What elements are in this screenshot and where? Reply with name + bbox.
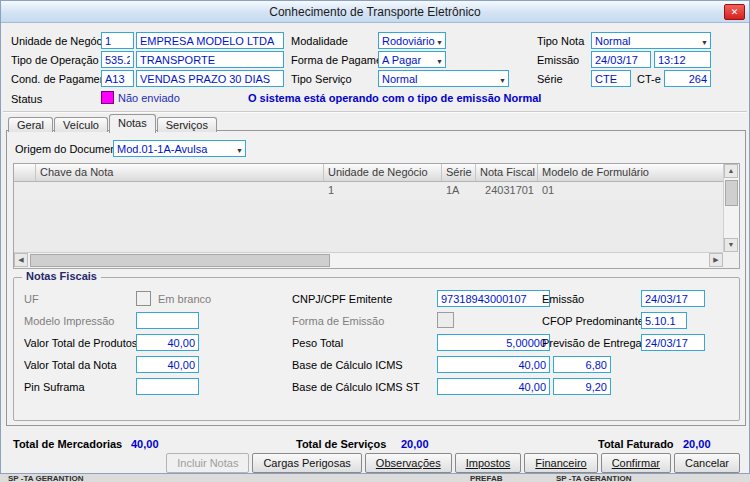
cell-nota-fiscal: 24031701 bbox=[476, 182, 538, 200]
cancelar-button[interactable]: Cancelar bbox=[674, 453, 740, 473]
cell-unidade: 1 bbox=[324, 182, 442, 200]
modelo-impressao-label: Modelo Impressão bbox=[24, 314, 115, 329]
tab-servicos[interactable]: Serviços bbox=[157, 117, 217, 132]
uf-checkbox bbox=[136, 291, 151, 306]
emissao-nf-label: Emissão bbox=[542, 292, 584, 307]
cond-pagamento-label: Cond. de Pagamento bbox=[11, 72, 115, 87]
modalidade-value: Rodoviário bbox=[382, 35, 435, 47]
cte-dialog: Conhecimento de Transporte Eletrônico ✕ … bbox=[0, 0, 750, 474]
tipo-operacao-name-field[interactable] bbox=[136, 51, 284, 68]
tab-geral[interactable]: Geral bbox=[8, 117, 53, 132]
horizontal-scrollbar-thumb[interactable] bbox=[30, 254, 330, 267]
cfop-predominante-label: CFOP Predominante bbox=[542, 314, 644, 329]
origem-documento-value: Mod.01-1A-Avulsa bbox=[117, 143, 207, 155]
impostos-button[interactable]: Impostos bbox=[455, 453, 522, 473]
icms-valor-field[interactable] bbox=[553, 356, 611, 373]
background-text-fragment: PREFAB bbox=[470, 474, 502, 482]
forma-emissao-box bbox=[437, 312, 454, 328]
title-bar[interactable]: Conhecimento de Transporte Eletrônico ✕ bbox=[1, 1, 749, 23]
row-marker-cell bbox=[14, 182, 36, 200]
total-mercadorias-label: Total de Mercadorias bbox=[13, 438, 122, 450]
scroll-down-icon[interactable]: ▼ bbox=[724, 238, 738, 252]
column-header-serie: Série bbox=[442, 164, 476, 181]
previsao-entrega-field[interactable] bbox=[641, 334, 705, 351]
cfop-predominante-field[interactable] bbox=[641, 312, 687, 329]
emissao-date-field[interactable] bbox=[591, 51, 651, 68]
uf-label: UF bbox=[24, 292, 39, 307]
cond-pagamento-code-field[interactable] bbox=[101, 70, 134, 87]
vertical-scrollbar-thumb[interactable] bbox=[725, 180, 738, 206]
scrollbar-corner bbox=[723, 252, 739, 268]
total-faturado-label: Total Faturado bbox=[598, 438, 674, 450]
modalidade-label: Modalidade bbox=[291, 34, 348, 49]
button-bar: Incluir Notas Cargas Perigosas Observaçõ… bbox=[166, 453, 740, 473]
scroll-up-icon[interactable]: ▲ bbox=[724, 164, 738, 178]
cte-number-field[interactable] bbox=[664, 70, 711, 87]
base-calculo-icms-field[interactable] bbox=[437, 356, 550, 373]
emissao-time-field[interactable] bbox=[654, 51, 711, 68]
cell-serie: 1A bbox=[442, 182, 476, 200]
column-header-nota-fiscal: Nota Fiscal bbox=[476, 164, 538, 181]
confirmar-button[interactable]: Confirmar bbox=[601, 453, 671, 473]
tipo-operacao-label: Tipo de Operação bbox=[11, 53, 99, 68]
tipo-nota-combo[interactable]: Normal ▼ bbox=[591, 32, 711, 49]
cell-modelo: 01 bbox=[538, 182, 723, 200]
page-title: Conhecimento de Transporte Eletrônico bbox=[269, 5, 480, 19]
modalidade-combo[interactable]: Rodoviário ▼ bbox=[378, 32, 446, 49]
cnpj-cpf-emitente-field[interactable] bbox=[437, 290, 550, 307]
modelo-impressao-field[interactable] bbox=[136, 312, 199, 329]
column-header-modelo: Modelo de Formulário bbox=[538, 164, 723, 181]
scroll-left-icon[interactable]: ◀ bbox=[14, 253, 28, 267]
grid-header-row: Chave da Nota Unidade de Negócio Série N… bbox=[14, 164, 723, 182]
unidade-negocio-code-field[interactable] bbox=[101, 32, 134, 49]
tipo-servico-value: Normal bbox=[382, 73, 417, 85]
background-text-fragment: SP -TA GERANTION bbox=[8, 474, 83, 482]
serie-field[interactable] bbox=[591, 70, 631, 87]
forma-emissao-label: Forma de Emissão bbox=[292, 314, 384, 329]
emissao-nf-field[interactable] bbox=[641, 290, 705, 307]
incluir-notas-button: Incluir Notas bbox=[166, 453, 249, 473]
origem-documento-combo[interactable]: Mod.01-1A-Avulsa ▼ bbox=[113, 140, 246, 157]
notas-fiscais-group: Notas Fiscais UF Em branco Modelo Impres… bbox=[13, 277, 740, 421]
em-branco-label: Em branco bbox=[158, 292, 211, 307]
cond-pagamento-name-field[interactable] bbox=[136, 70, 284, 87]
base-calculo-icms-st-label: Base de Cálculo ICMS ST bbox=[292, 380, 420, 395]
cell-chave bbox=[36, 182, 324, 200]
forma-pagamento-combo[interactable]: A Pagar ▼ bbox=[378, 51, 446, 68]
observacoes-button[interactable]: Observações bbox=[365, 453, 452, 473]
status-color-swatch bbox=[101, 91, 114, 104]
tab-notas[interactable]: Notas bbox=[109, 114, 156, 133]
pin-suframa-field[interactable] bbox=[136, 378, 199, 395]
background-window-strip: SP -TA GERANTION PREFAB SP -TA GERANTION bbox=[0, 474, 750, 482]
cargas-perigosas-button[interactable]: Cargas Perigosas bbox=[252, 453, 361, 473]
valor-total-produtos-field[interactable] bbox=[136, 334, 199, 351]
peso-total-field[interactable] bbox=[437, 334, 550, 351]
icms-st-valor-field[interactable] bbox=[553, 378, 611, 395]
base-calculo-icms-st-field[interactable] bbox=[437, 378, 550, 395]
tab-veiculo[interactable]: Veículo bbox=[54, 117, 108, 132]
emission-mode-message: O sistema está operando com o tipo de em… bbox=[248, 92, 541, 104]
vertical-scrollbar[interactable]: ▲ ▼ bbox=[723, 164, 739, 252]
unidade-negocio-label: Unidade de Negócio bbox=[11, 34, 111, 49]
tipo-nota-value: Normal bbox=[595, 35, 630, 47]
background-text-fragment: SP -TA GERANTION bbox=[556, 474, 631, 482]
chevron-down-icon: ▼ bbox=[499, 74, 506, 87]
base-calculo-icms-label: Base de Cálculo ICMS bbox=[292, 358, 403, 373]
grid-marker-column bbox=[14, 164, 36, 181]
tipo-operacao-code-field[interactable] bbox=[101, 51, 134, 68]
table-row[interactable]: 1 1A 24031701 01 bbox=[14, 182, 723, 200]
unidade-negocio-name-field[interactable] bbox=[136, 32, 284, 49]
origem-documento-label: Origem do Documento bbox=[15, 142, 126, 157]
chevron-down-icon: ▼ bbox=[236, 144, 243, 157]
column-header-unidade: Unidade de Negócio bbox=[324, 164, 442, 181]
total-servicos-label: Total de Serviços bbox=[296, 438, 386, 450]
close-icon[interactable]: ✕ bbox=[724, 4, 745, 20]
valor-total-nota-field[interactable] bbox=[136, 356, 199, 373]
scroll-right-icon[interactable]: ▶ bbox=[709, 253, 723, 267]
tipo-servico-combo[interactable]: Normal ▼ bbox=[378, 70, 509, 87]
financeiro-button[interactable]: Financeiro bbox=[524, 453, 597, 473]
valor-total-produtos-label: Valor Total de Produtos bbox=[24, 336, 137, 351]
tab-bar: Geral Veículo Notas Serviços bbox=[8, 113, 218, 132]
horizontal-scrollbar[interactable]: ◀ ▶ bbox=[14, 252, 723, 268]
forma-pagamento-value: A Pagar bbox=[382, 54, 421, 66]
